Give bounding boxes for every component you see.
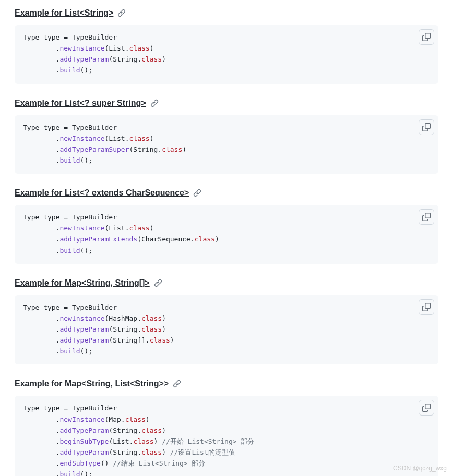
section-heading: Example for Map<String, List<String>> [15,379,438,388]
anchor-link-icon[interactable] [117,9,126,17]
anchor-link-icon[interactable] [193,189,201,197]
code-content: Type type = TypeBuilder .newInstance(Lis… [23,213,219,254]
code-block: Type type = TypeBuilder .newInstance(Lis… [15,115,438,174]
example-section: Example for Map<String, String[]>Type ty… [15,278,438,365]
section-heading: Example for Map<String, String[]> [15,278,438,288]
section-heading: Example for List<? extends CharSequence> [15,188,438,198]
anchor-link-icon[interactable] [173,380,181,388]
code-content: Type type = TypeBuilder .newInstance(Lis… [23,33,166,74]
code-content: Type type = TypeBuilder .newInstance(Map… [23,404,254,476]
heading-text: Example for Map<String, String[]> [15,278,150,288]
code-content: Type type = TypeBuilder .newInstance(Lis… [23,124,186,164]
example-section: Example for List<? super String>Type typ… [15,99,438,174]
anchor-link-icon[interactable] [154,279,162,287]
copy-button[interactable] [419,400,434,416]
example-section: Example for List<? extends CharSequence>… [15,188,438,264]
heading-text: Example for List<? super String> [15,99,146,108]
code-block: Type type = TypeBuilder .newInstance(Lis… [15,25,438,84]
code-block: Type type = TypeBuilder .newInstance(Lis… [15,205,438,264]
section-heading: Example for List<? super String> [15,99,438,108]
heading-text: Example for Map<String, List<String>> [15,379,169,388]
code-content: Type type = TypeBuilder .newInstance(Has… [23,303,174,356]
anchor-link-icon[interactable] [150,99,159,107]
copy-button[interactable] [419,209,434,225]
copy-button[interactable] [419,119,434,135]
heading-text: Example for List<? extends CharSequence> [15,188,189,198]
code-block: Type type = TypeBuilder .newInstance(Map… [15,396,438,476]
code-block: Type type = TypeBuilder .newInstance(Has… [15,295,438,365]
copy-button[interactable] [419,29,434,45]
section-heading: Example for List<String> [15,8,438,18]
heading-text: Example for List<String> [15,8,113,18]
example-section: Example for Map<String, List<String>>Typ… [15,379,438,476]
example-section: Example for List<String>Type type = Type… [15,8,438,84]
watermark: CSDN @qczg_wxg [393,465,447,472]
copy-button[interactable] [419,299,434,315]
